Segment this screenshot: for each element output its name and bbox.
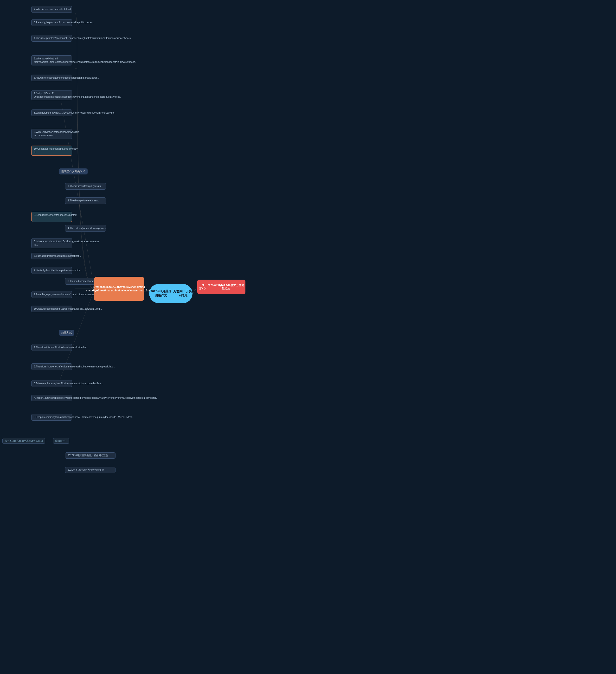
branch-node-e2[interactable]: 2.Therefore,inorderto...effectivemeasure… — [31, 363, 72, 370]
mindmap-container: 2020年7月英语四级作文 万能句：开头＋结尾 1.Whenaskabout..… — [0, 0, 616, 674]
branch-node-b3[interactable]: 4.Theissue/problem/questionof...hasbeenb… — [31, 35, 72, 42]
branch-node-b1[interactable]: 2.Whenitcomesto...somethink/hold... — [31, 6, 72, 13]
end-category-label: 结尾句式 — [59, 330, 74, 336]
branch-node-e5[interactable]: 5.Peoplarecommingtorealizethimportanceof… — [31, 414, 72, 421]
branch-node-b4[interactable]: 5.Whenaskedwhetheri tsadvisableto...diff… — [31, 55, 72, 66]
branch-node-e3[interactable]: 3.Tobesure,theremaybedifficultieswecanno… — [31, 380, 72, 387]
branch-node-b7[interactable]: 8.Withtherapidgrowthof......havebecomein… — [31, 109, 72, 116]
center-subtitle: 万能句：开头＋结尾 — [173, 290, 193, 298]
branch-node-b6[interactable]: 7."Why...?/Can...?" Ofallthecomplaints/e… — [31, 90, 72, 100]
parent-node[interactable]: 1.Whenaskabout...,thevast/overwhelming m… — [94, 277, 144, 301]
bottom-node-bn2[interactable]: 2020年英语六级听力所考考点汇总 — [65, 467, 116, 473]
branch-node-b10[interactable]: 10.Oneoftheproblemsfacing/societytoday I… — [31, 145, 72, 156]
parent-node-text: 1.Whenaskabout...,thevast/overwhelming m… — [86, 285, 152, 293]
branch-node-c6[interactable]: 6.Suchapicturedrawsattentiontothefacttha… — [31, 253, 72, 259]
branch-node-c7[interactable]: 7.Itisvividlydescribedinthepicture/carto… — [31, 267, 72, 274]
branch-node-c4[interactable]: 4.Thecartoon/picture/drawingshows... — [65, 225, 106, 232]
branch-node-c9[interactable]: 9.Fromthegraph,weknowthedataof...and...I… — [31, 291, 72, 298]
center-title: 2020年7月英语四级作文 — [149, 290, 173, 298]
branch-node-e1[interactable]: 1.Thereforeitiisnotdifficulttodrawthecon… — [31, 344, 72, 351]
recommend-node[interactable]: 推荐》》 2020年7月英语四级作文万能句型汇总 — [197, 279, 245, 294]
branch-node-b5[interactable]: 5.Nowanincreasingnumberofpeoplearebegnin… — [31, 75, 72, 81]
center-node: 2020年7月英语四级作文 万能句：开头＋结尾 — [149, 284, 193, 303]
recommend-prefix: 推荐》》 — [199, 284, 208, 291]
branch-node-c3[interactable]: 3.Seenfromthechart;itcanbeconcludethat . — [31, 212, 72, 222]
branch-node-c10[interactable]: 10.Ascanbeseeningraph...sawgreatchangesi… — [31, 306, 72, 312]
left-bottom-label: 大学英语四六级历年真题及答案汇总 — [2, 438, 45, 444]
chart-category-label: 图表类作文开头句式 — [59, 168, 88, 175]
recommend-text: 2020年7月英语四级作文万能句型汇总 — [208, 284, 244, 291]
branch-node-e4[interactable]: 4.Inbrief...butthisproblemisverycomplica… — [31, 395, 72, 402]
branch-node-b8[interactable]: 9.With...playinganincreassinglybig/vastr… — [31, 129, 72, 139]
svg-line-1 — [193, 287, 197, 294]
branch-node-c2[interactable]: 2.Theabovepicturefeaturesa... — [65, 197, 106, 204]
bottom-node-bn1[interactable]: 2020年6月英语四级听力必备词汇汇总 — [65, 452, 116, 459]
branch-node-c1[interactable]: 1.Thepicturepuitsahighlightssth. — [65, 183, 106, 190]
branch-node-b2[interactable]: 3.Recently,theproblemof...hascausedwidep… — [31, 19, 72, 26]
branch-node-c5[interactable]: 5.Inthecartoonshowntous...Obviously,what… — [31, 238, 72, 248]
edit-recommend-label: 编辑推荐： — [53, 438, 69, 444]
